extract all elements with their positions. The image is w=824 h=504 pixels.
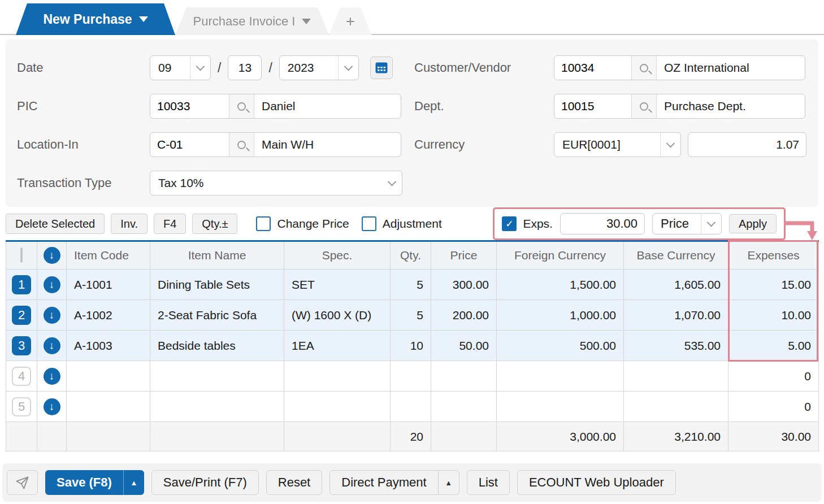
item-code-cell[interactable]: A-1002 — [67, 300, 150, 331]
qty-cell[interactable]: 5 — [391, 300, 431, 331]
reset-button[interactable]: Reset — [266, 470, 322, 495]
item-name-cell[interactable]: 2-Seat Fabric Sofa — [150, 300, 284, 331]
row-number-badge[interactable]: 2 — [12, 306, 31, 325]
qty-cell[interactable] — [391, 361, 431, 392]
price-cell[interactable]: 300.00 — [431, 270, 497, 300]
pic-code-input[interactable] — [150, 94, 229, 118]
item-name-cell[interactable]: Dining Table Sets — [150, 270, 284, 300]
col-header-item-code[interactable]: Item Code — [67, 241, 150, 270]
insert-row-icon[interactable]: ↓ — [44, 307, 60, 324]
calendar-button[interactable] — [370, 57, 393, 79]
customer-search-button[interactable] — [631, 56, 657, 80]
direct-payment-options-toggle[interactable]: ▲ — [438, 471, 459, 494]
expenses-cell[interactable]: 15.00 — [728, 270, 819, 300]
delete-selected-button[interactable]: Delete Selected — [6, 214, 105, 234]
col-header-item-name[interactable]: Item Name — [150, 241, 284, 270]
save-options-toggle[interactable]: ▲ — [123, 470, 144, 495]
spec-cell[interactable]: SET — [284, 270, 391, 300]
qty-cell[interactable]: 10 — [391, 331, 431, 361]
exps-checkbox[interactable]: ✓ — [502, 216, 517, 231]
list-button[interactable]: List — [467, 470, 510, 495]
foreign-currency-cell[interactable]: 1,500.00 — [497, 270, 624, 300]
base-currency-cell[interactable]: 535.00 — [624, 331, 728, 361]
location-code-input[interactable] — [150, 133, 229, 157]
row-number-badge[interactable]: 5 — [12, 397, 31, 416]
tab-purchase-invoice[interactable]: Purchase Invoice I — [175, 7, 329, 35]
foreign-currency-cell[interactable]: 1,000.00 — [497, 300, 624, 331]
item-code-cell[interactable]: A-1001 — [67, 270, 150, 300]
customer-code-input[interactable] — [554, 56, 631, 80]
expenses-cell[interactable]: 5.00 — [728, 331, 819, 361]
date-month-select[interactable]: 09 — [150, 55, 211, 80]
col-header-expenses[interactable]: Expenses — [728, 241, 819, 270]
spec-cell[interactable]: (W) 1600 X (D) — [284, 300, 391, 331]
expenses-cell[interactable]: 0 — [728, 392, 819, 422]
foreign-currency-cell[interactable] — [497, 392, 624, 422]
spec-cell[interactable]: 1EA — [284, 331, 391, 361]
apply-button[interactable]: Apply — [729, 214, 777, 233]
expenses-cell[interactable]: 0 — [728, 361, 819, 392]
spec-cell[interactable] — [284, 392, 391, 422]
item-name-cell[interactable] — [150, 361, 284, 392]
col-header-qty[interactable]: Qty. — [391, 241, 431, 270]
foreign-currency-cell[interactable] — [497, 361, 624, 392]
base-currency-cell[interactable] — [624, 392, 728, 422]
inv-button[interactable]: Inv. — [111, 214, 148, 234]
row-number-badge[interactable]: 3 — [12, 336, 31, 355]
expenses-cell[interactable]: 10.00 — [728, 300, 819, 331]
col-header-base-currency[interactable]: Base Currency — [624, 241, 728, 270]
location-search-button[interactable] — [229, 133, 254, 157]
dept-code-input[interactable] — [554, 94, 631, 118]
row-number-badge[interactable]: 1 — [12, 275, 31, 294]
price-cell[interactable] — [431, 361, 497, 392]
row-number-badge[interactable]: 4 — [12, 367, 31, 386]
qty-cell[interactable] — [391, 392, 431, 422]
exps-mode-select[interactable]: Price — [652, 213, 722, 234]
change-price-checkbox[interactable] — [256, 216, 271, 231]
price-cell[interactable] — [431, 392, 497, 422]
select-all-checkbox[interactable] — [20, 247, 23, 263]
transaction-type-select[interactable]: Tax 10% — [150, 171, 402, 195]
foreign-currency-cell[interactable]: 500.00 — [497, 331, 624, 361]
qty-plusminus-button[interactable]: Qty.± — [192, 214, 237, 234]
insert-row-icon[interactable]: ↓ — [44, 276, 60, 293]
insert-row-icon[interactable]: ↓ — [44, 247, 60, 264]
save-print-button[interactable]: Save/Print (F7) — [151, 470, 259, 495]
direct-payment-button[interactable]: Direct Payment — [330, 471, 437, 494]
insert-row-icon[interactable]: ↓ — [44, 368, 60, 385]
dept-search-button[interactable] — [631, 94, 657, 118]
item-code-cell[interactable] — [67, 392, 150, 422]
base-currency-cell[interactable] — [624, 361, 728, 392]
exchange-rate-input[interactable] — [688, 132, 806, 157]
item-name-cell[interactable]: Bedside tables — [150, 331, 284, 361]
col-header-foreign-currency[interactable]: Foreign Currency — [497, 241, 624, 270]
col-header-spec[interactable]: Spec. — [284, 241, 391, 270]
date-year-select[interactable]: 2023 — [279, 55, 359, 80]
add-tab-button[interactable]: + — [329, 7, 372, 35]
adjustment-checkbox-group[interactable]: Adjustment — [362, 216, 442, 231]
f4-button[interactable]: F4 — [154, 214, 186, 234]
item-name-cell[interactable] — [150, 392, 284, 422]
pic-search-button[interactable] — [229, 94, 254, 118]
spec-cell[interactable] — [284, 361, 391, 392]
price-cell[interactable]: 200.00 — [431, 300, 497, 331]
adjustment-checkbox[interactable] — [362, 216, 376, 231]
col-header-price[interactable]: Price — [431, 241, 497, 270]
currency-select[interactable]: EUR[0001] — [554, 132, 681, 157]
tab-new-purchase[interactable]: New Purchase — [16, 3, 175, 35]
insert-row-icon[interactable]: ↓ — [44, 398, 60, 415]
exps-checkbox-group[interactable]: ✓ Exps. — [502, 216, 553, 231]
insert-row-icon[interactable]: ↓ — [44, 337, 60, 354]
item-code-cell[interactable]: A-1003 — [67, 331, 150, 361]
exps-amount-input[interactable] — [560, 213, 645, 234]
base-currency-cell[interactable]: 1,070.00 — [624, 300, 728, 331]
item-code-cell[interactable] — [67, 361, 150, 392]
qty-cell[interactable]: 5 — [391, 270, 431, 300]
base-currency-cell[interactable]: 1,605.00 — [624, 270, 728, 300]
save-split-button[interactable]: Save (F8) ▲ — [45, 470, 144, 495]
price-cell[interactable]: 50.00 — [431, 331, 497, 361]
change-price-checkbox-group[interactable]: Change Price — [256, 216, 349, 231]
direct-payment-split-button[interactable]: Direct Payment ▲ — [329, 470, 459, 495]
save-button[interactable]: Save (F8) — [45, 470, 123, 495]
ecount-web-uploader-button[interactable]: ECOUNT Web Uploader — [517, 470, 676, 495]
